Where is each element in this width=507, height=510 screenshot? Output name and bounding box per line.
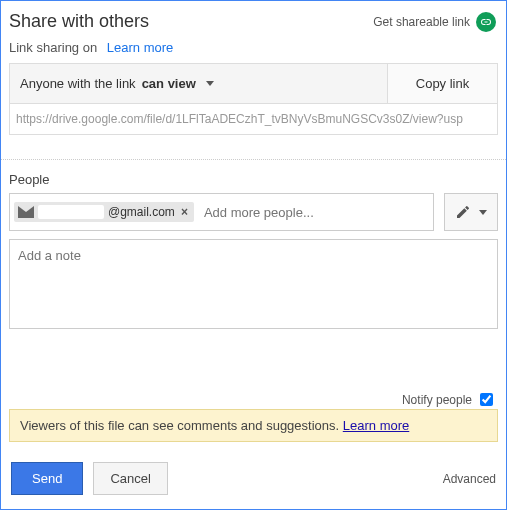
- banner-text: Viewers of this file can see comments an…: [20, 418, 339, 433]
- copy-link-button[interactable]: Copy link: [387, 64, 497, 103]
- permission-mode: can view: [142, 76, 196, 91]
- mail-icon: [18, 206, 34, 218]
- recipient-permission-button[interactable]: [444, 193, 498, 231]
- people-label: People: [1, 172, 506, 193]
- notify-row: Notify people: [1, 388, 506, 409]
- permission-row: Anyone with the link can view Copy link: [9, 63, 498, 104]
- shareable-link-label: Get shareable link: [373, 15, 470, 29]
- permission-dropdown[interactable]: Anyone with the link can view: [10, 64, 387, 103]
- add-people-input[interactable]: [200, 201, 429, 224]
- remove-recipient-button[interactable]: ×: [179, 205, 190, 219]
- recipient-domain: @gmail.com: [108, 205, 175, 219]
- link-sharing-text: Link sharing on: [9, 40, 97, 55]
- note-textarea[interactable]: [9, 239, 498, 329]
- chevron-down-icon: [479, 210, 487, 215]
- chevron-down-icon: [206, 81, 214, 86]
- link-icon: [476, 12, 496, 32]
- banner-learn-more[interactable]: Learn more: [343, 418, 409, 433]
- pencil-icon: [455, 204, 471, 220]
- notify-label: Notify people: [402, 393, 472, 407]
- recipient-chip: @gmail.com ×: [14, 202, 194, 222]
- dialog-title: Share with others: [9, 11, 149, 32]
- note-container: [9, 239, 498, 388]
- dialog-footer: Send Cancel Advanced: [1, 442, 506, 509]
- share-url[interactable]: https://drive.google.com/file/d/1LFlTaAD…: [9, 104, 498, 135]
- people-input-container[interactable]: @gmail.com ×: [9, 193, 434, 231]
- link-sharing-status: Link sharing on Learn more: [1, 40, 506, 63]
- cancel-button[interactable]: Cancel: [93, 462, 167, 495]
- viewer-info-banner: Viewers of this file can see comments an…: [9, 409, 498, 442]
- section-divider: [1, 159, 506, 160]
- link-sharing-learn-more[interactable]: Learn more: [107, 40, 173, 55]
- permission-prefix: Anyone with the link: [20, 76, 136, 91]
- notify-checkbox[interactable]: [480, 393, 493, 406]
- people-row: @gmail.com ×: [1, 193, 506, 231]
- get-shareable-link[interactable]: Get shareable link: [373, 12, 496, 32]
- advanced-link[interactable]: Advanced: [443, 472, 496, 486]
- send-button[interactable]: Send: [11, 462, 83, 495]
- share-dialog: Share with others Get shareable link Lin…: [0, 0, 507, 510]
- recipient-local-redacted: [38, 205, 104, 219]
- dialog-header: Share with others Get shareable link: [1, 1, 506, 40]
